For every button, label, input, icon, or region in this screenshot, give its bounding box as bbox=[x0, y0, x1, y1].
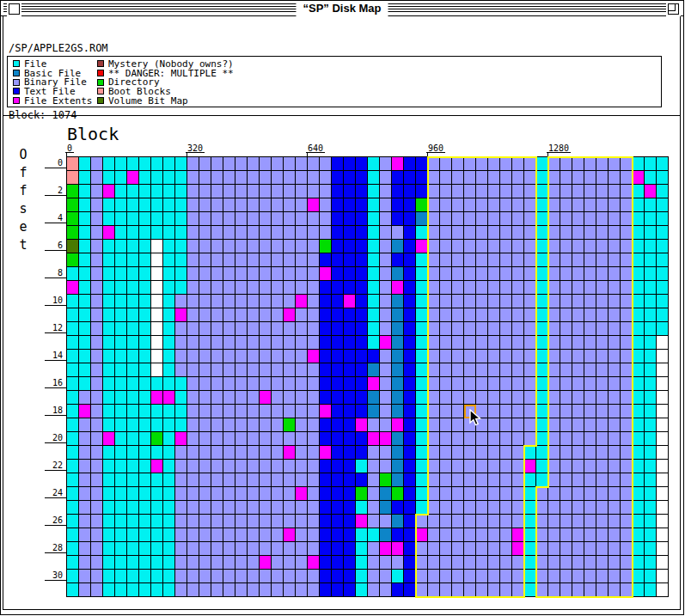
map-cell[interactable] bbox=[621, 171, 633, 185]
map-cell[interactable] bbox=[392, 570, 404, 583]
map-cell[interactable] bbox=[79, 240, 91, 253]
map-cell[interactable] bbox=[67, 157, 79, 171]
map-cell[interactable] bbox=[308, 226, 320, 240]
map-cell[interactable] bbox=[440, 528, 452, 542]
map-cell[interactable] bbox=[512, 405, 524, 418]
map-cell[interactable] bbox=[368, 281, 380, 295]
map-cell[interactable] bbox=[127, 432, 139, 446]
map-cell[interactable] bbox=[272, 405, 284, 418]
map-cell[interactable] bbox=[428, 542, 440, 556]
map-cell[interactable] bbox=[512, 418, 524, 432]
map-cell[interactable] bbox=[548, 405, 560, 418]
map-cell[interactable] bbox=[548, 350, 560, 363]
map-cell[interactable] bbox=[512, 253, 524, 267]
map-cell[interactable] bbox=[67, 460, 79, 473]
map-cell[interactable] bbox=[260, 171, 272, 185]
map-cell[interactable] bbox=[500, 295, 512, 308]
map-cell[interactable] bbox=[296, 322, 308, 336]
map-cell[interactable] bbox=[199, 391, 211, 405]
map-cell[interactable] bbox=[621, 501, 633, 515]
map-cell[interactable] bbox=[175, 240, 187, 253]
map-cell[interactable] bbox=[500, 377, 512, 391]
map-cell[interactable] bbox=[560, 295, 572, 308]
map-cell[interactable] bbox=[139, 350, 151, 363]
map-cell[interactable] bbox=[272, 185, 284, 198]
map-cell[interactable] bbox=[380, 308, 392, 322]
map-cell[interactable] bbox=[199, 157, 211, 171]
map-cell[interactable] bbox=[79, 583, 91, 597]
map-cell[interactable] bbox=[356, 418, 368, 432]
map-cell[interactable] bbox=[127, 226, 139, 240]
map-cell[interactable] bbox=[320, 542, 332, 556]
map-cell[interactable] bbox=[633, 473, 645, 487]
map-cell[interactable] bbox=[572, 308, 584, 322]
map-cell[interactable] bbox=[500, 515, 512, 528]
map-cell[interactable] bbox=[332, 281, 344, 295]
map-cell[interactable] bbox=[332, 267, 344, 281]
map-cell[interactable] bbox=[404, 308, 416, 322]
map-cell[interactable] bbox=[163, 432, 175, 446]
map-cell[interactable] bbox=[380, 418, 392, 432]
map-cell[interactable] bbox=[609, 267, 621, 281]
map-cell[interactable] bbox=[67, 405, 79, 418]
map-cell[interactable] bbox=[440, 432, 452, 446]
map-cell[interactable] bbox=[248, 528, 260, 542]
map-cell[interactable] bbox=[199, 171, 211, 185]
map-cell[interactable] bbox=[127, 515, 139, 528]
map-cell[interactable] bbox=[560, 212, 572, 226]
map-cell[interactable] bbox=[296, 157, 308, 171]
map-cell[interactable] bbox=[175, 391, 187, 405]
map-cell[interactable] bbox=[657, 583, 669, 597]
map-cell[interactable] bbox=[139, 363, 151, 377]
map-cell[interactable] bbox=[404, 185, 416, 198]
map-cell[interactable] bbox=[621, 377, 633, 391]
map-cell[interactable] bbox=[139, 528, 151, 542]
map-cell[interactable] bbox=[657, 253, 669, 267]
map-cell[interactable] bbox=[536, 198, 548, 212]
map-cell[interactable] bbox=[175, 405, 187, 418]
map-cell[interactable] bbox=[416, 446, 428, 460]
map-cell[interactable] bbox=[404, 418, 416, 432]
map-cell[interactable] bbox=[500, 336, 512, 350]
map-cell[interactable] bbox=[512, 515, 524, 528]
map-cell[interactable] bbox=[452, 308, 464, 322]
map-cell[interactable] bbox=[356, 528, 368, 542]
map-cell[interactable] bbox=[609, 185, 621, 198]
map-cell[interactable] bbox=[500, 253, 512, 267]
map-cell[interactable] bbox=[440, 350, 452, 363]
map-cell[interactable] bbox=[175, 157, 187, 171]
map-cell[interactable] bbox=[199, 212, 211, 226]
map-cell[interactable] bbox=[440, 391, 452, 405]
map-cell[interactable] bbox=[91, 542, 103, 556]
map-cell[interactable] bbox=[584, 281, 596, 295]
map-cell[interactable] bbox=[199, 185, 211, 198]
map-cell[interactable] bbox=[633, 501, 645, 515]
map-cell[interactable] bbox=[67, 487, 79, 501]
map-cell[interactable] bbox=[115, 212, 127, 226]
map-cell[interactable] bbox=[223, 570, 235, 583]
map-cell[interactable] bbox=[332, 226, 344, 240]
map-cell[interactable] bbox=[151, 515, 163, 528]
map-cell[interactable] bbox=[621, 198, 633, 212]
map-cell[interactable] bbox=[320, 446, 332, 460]
map-cell[interactable] bbox=[572, 281, 584, 295]
map-cell[interactable] bbox=[645, 240, 657, 253]
map-cell[interactable] bbox=[260, 583, 272, 597]
map-cell[interactable] bbox=[211, 281, 223, 295]
map-cell[interactable] bbox=[548, 308, 560, 322]
map-cell[interactable] bbox=[308, 446, 320, 460]
map-cell[interactable] bbox=[103, 556, 115, 570]
map-cell[interactable] bbox=[308, 253, 320, 267]
map-cell[interactable] bbox=[211, 253, 223, 267]
map-cell[interactable] bbox=[548, 267, 560, 281]
map-cell[interactable] bbox=[440, 460, 452, 473]
map-cell[interactable] bbox=[103, 570, 115, 583]
map-cell[interactable] bbox=[584, 570, 596, 583]
map-cell[interactable] bbox=[320, 240, 332, 253]
map-cell[interactable] bbox=[260, 473, 272, 487]
map-cell[interactable] bbox=[392, 212, 404, 226]
map-cell[interactable] bbox=[320, 405, 332, 418]
map-cell[interactable] bbox=[380, 528, 392, 542]
map-cell[interactable] bbox=[235, 570, 248, 583]
map-cell[interactable] bbox=[103, 185, 115, 198]
